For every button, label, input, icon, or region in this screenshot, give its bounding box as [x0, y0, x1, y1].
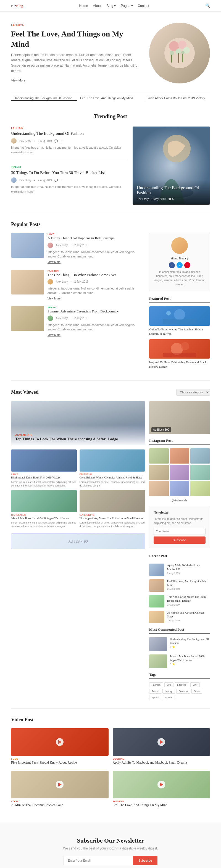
- video-item-0-title[interactable]: Five Important Facts Should Know About R…: [11, 760, 108, 765]
- trending-overlay-title[interactable]: Understanding The Background Of Fashion: [137, 185, 206, 195]
- video-item-0-category: Food: [11, 757, 108, 760]
- video-item-2-title[interactable]: 20 Minute Thai Coconut Chicken Soup: [11, 803, 108, 807]
- mc-title-0[interactable]: Understanding The Background Of Fashion: [170, 637, 210, 645]
- trending-title: Trending Post: [11, 113, 210, 120]
- play-button-0[interactable]: [56, 738, 64, 746]
- popular-item-1-title[interactable]: The One Thing I Do When Fashion Come Ove…: [48, 272, 142, 277]
- recent-post-2-title[interactable]: This Apple Crisp Makes The Entire House …: [167, 595, 210, 603]
- play-button-1[interactable]: [157, 738, 165, 746]
- tag-2[interactable]: Lifestyle: [175, 682, 189, 687]
- tag-1[interactable]: Life: [164, 682, 173, 687]
- thumb-item-1[interactable]: Feel The Love, And Things on My Mind: [77, 96, 144, 101]
- video-item-3-title[interactable]: Feel The Love, And Things On My Mind: [113, 803, 210, 807]
- tag-4[interactable]: Travel: [149, 689, 161, 694]
- tag-3[interactable]: Link: [190, 682, 200, 687]
- subscribe-button[interactable]: Subscribe: [133, 856, 157, 865]
- video-item-1-category: Cooking: [113, 757, 210, 760]
- insta-item-1[interactable]: [170, 448, 190, 464]
- recent-post-3-title[interactable]: 20-Minute Thai Coconut Chicken Soup: [167, 611, 210, 619]
- hero-category: Fashion: [11, 24, 141, 27]
- most-commented-widget: Most Commented Post Understanding The Ba…: [149, 627, 210, 668]
- instagram-follow-text[interactable]: @Follow Me: [149, 499, 210, 502]
- popular-item-0-viewmore[interactable]: View More: [48, 260, 61, 264]
- insta-item-4[interactable]: [170, 465, 190, 480]
- popular-item-2-title[interactable]: Summer Adventure Essentials From Backcou…: [48, 309, 142, 314]
- newsletter-widget-desc: Lorem ipsum dolor sit amet, consectetur …: [154, 517, 206, 525]
- insta-item-7[interactable]: [170, 481, 190, 496]
- trending-item-1-title[interactable]: 30 Things To Do Before You Turn 30 Trave…: [11, 170, 127, 176]
- insta-item-2[interactable]: [190, 448, 210, 464]
- trending-item-1-meta: Bev Story • 2 Aug 2019 💬 8: [11, 177, 127, 183]
- video-item-3: Fashion Feel The Love, And Things On My …: [113, 771, 210, 809]
- mv-small-item-2: Gardening 14-inch MacBook Refurb $630, A…: [11, 490, 77, 528]
- nav-home[interactable]: Home: [79, 4, 88, 8]
- insta-item-3[interactable]: [149, 465, 169, 480]
- featured-item-0-image: [149, 306, 210, 326]
- tag-8[interactable]: Sports: [149, 695, 161, 700]
- trending-item-0: Fashion Understanding The Background Of …: [11, 126, 127, 160]
- social-pinterest-icon[interactable]: p: [184, 262, 190, 268]
- tag-6[interactable]: Solution: [176, 689, 190, 694]
- insta-item-6[interactable]: [149, 481, 169, 496]
- subscribe-title: Subscribe Our Newsletter: [11, 837, 210, 844]
- nav-contact[interactable]: Contact: [138, 4, 149, 8]
- mv-small-title-2[interactable]: 14-inch MacBook Refurb $630, Apple Watch…: [11, 516, 77, 520]
- popular-item-2-image: [11, 306, 44, 331]
- category-select[interactable]: Choose category Fashion Travel Food: [176, 389, 210, 396]
- insta-item-5[interactable]: [190, 465, 210, 480]
- mv-small-title-0[interactable]: Blush Attack Earns Bouls First 2019 Vict…: [11, 476, 77, 479]
- featured-item-0-title[interactable]: Guide To Experiencing The Magical Sinbou…: [149, 328, 210, 336]
- trending-item-0-title[interactable]: Understanding The Background Of Fashion: [11, 131, 127, 136]
- popular-item-1-viewmore[interactable]: View More: [48, 297, 61, 300]
- newsletter-email-input[interactable]: [154, 528, 206, 535]
- most-viewed-hero-title[interactable]: Top Things To Look For When There choosi…: [15, 436, 141, 442]
- recent-post-widget: Recent Post Apply Adele To Macbook and M…: [149, 554, 210, 623]
- tag-0[interactable]: Fashion: [149, 682, 163, 687]
- popular-list: Love A Funny Thing That Happens in Relat…: [11, 233, 142, 372]
- hero-view-more-button[interactable]: View More: [11, 79, 25, 82]
- recent-post-0-title[interactable]: Apply Adele To Macbook and Macbook Pro: [167, 564, 210, 571]
- popular-item-0-category: Love: [48, 233, 142, 236]
- thumb-item-2[interactable]: Blush Attack Earns Bouls First 2019 Vict…: [144, 96, 210, 101]
- svg-rect-18: [163, 353, 196, 357]
- popular-item-2-viewmore[interactable]: View More: [48, 334, 61, 337]
- play-button-3[interactable]: [157, 781, 165, 788]
- thumb-item-0[interactable]: Understanding The Background Of Fashion: [11, 96, 77, 101]
- recent-post-2: This Apple Crisp Makes The Entire House …: [149, 595, 210, 608]
- mc-title-1[interactable]: 14-inch MacBook Refurb $630, Apple Watch…: [170, 654, 210, 662]
- social-twitter-icon[interactable]: t: [177, 262, 183, 268]
- featured-item-1: Inspired To Have Celebrating Dance and B…: [149, 339, 210, 369]
- trending-item-0-desc: Integer at faucibus urna. Nullam condime…: [11, 145, 127, 154]
- nav-pages[interactable]: Pages ▾: [121, 4, 133, 8]
- svg-rect-14: [163, 319, 196, 324]
- featured-item-1-title[interactable]: Inspired To Have Celebrating Dance and B…: [149, 360, 210, 369]
- newsletter-subscribe-button[interactable]: Subscribe: [154, 536, 206, 544]
- mv-small-title-3[interactable]: This Apple Crisp Makes The Entire House …: [80, 516, 145, 520]
- tag-9[interactable]: Sports: [163, 695, 175, 700]
- recent-post-1-title[interactable]: Feel The Love, And Things On My Mind: [167, 579, 210, 587]
- nav-about[interactable]: About: [93, 4, 101, 8]
- tag-5[interactable]: Luxury: [162, 689, 175, 694]
- play-button-2[interactable]: [56, 781, 64, 788]
- trending-item-1: Travel 30 Things To Do Before You Turn 3…: [11, 166, 127, 199]
- popular-item-0-image: [11, 233, 44, 258]
- popular-item-0-title[interactable]: A Funny Thing That Happens in Relationsh…: [48, 236, 142, 241]
- search-icon[interactable]: 🔍: [205, 3, 210, 8]
- video-item-3-image: [113, 771, 210, 798]
- popular-title: Popular Posts: [11, 222, 210, 227]
- subscribe-email-input[interactable]: [64, 856, 133, 865]
- mv-small-item-3: Gardening This Apple Crisp Makes The Ent…: [80, 490, 145, 528]
- video-section: Video Post Food Five Important Facts Sho…: [0, 709, 221, 817]
- social-facebook-icon[interactable]: f: [169, 262, 175, 268]
- insta-item-0[interactable]: [149, 448, 169, 464]
- logo[interactable]: BizBlog: [11, 4, 23, 8]
- author-description: In consectetur ipsum at simplibus hendre…: [154, 270, 206, 286]
- most-viewed-small-grid: Links Blush Attack Earns Bouls First 201…: [11, 450, 145, 528]
- popular-item-1: Fashion The One Thing I Do When Fashion …: [11, 270, 142, 301]
- recent-post-3-date: 2 Aug 2019: [167, 619, 210, 622]
- tag-7[interactable]: Shoe: [191, 689, 202, 694]
- mv-small-title-1[interactable]: Great Britain's Winter Olympics Athletes…: [80, 476, 145, 479]
- nav-blog[interactable]: Blog ▾: [107, 4, 116, 8]
- insta-item-8[interactable]: [190, 481, 210, 496]
- video-item-1-title[interactable]: Apply Admits To Macbook and Macbook Smal…: [113, 760, 210, 765]
